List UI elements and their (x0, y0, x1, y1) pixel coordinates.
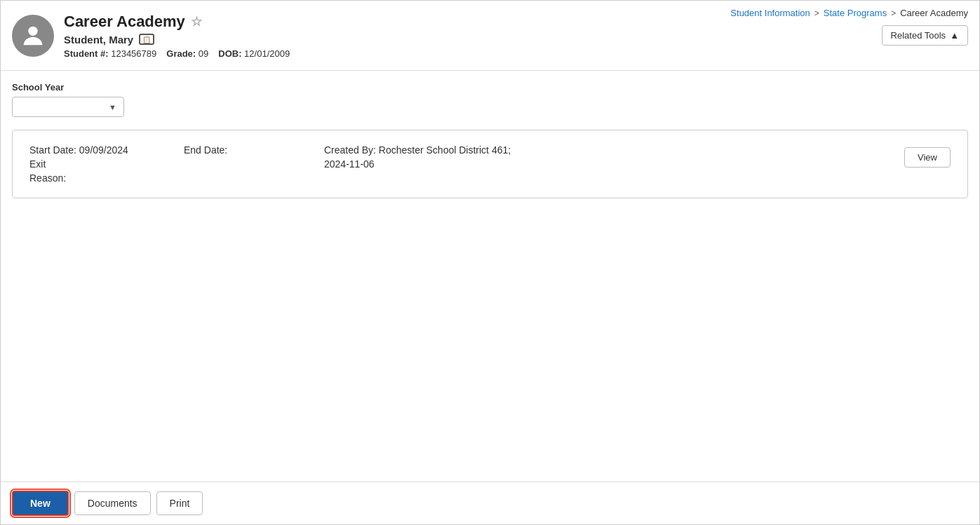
created-by-label: Created By: (324, 144, 376, 156)
breadcrumb: Student Information > State Programs > C… (730, 8, 968, 18)
record-left: Start Date: 09/09/2024 Exit Reason: (29, 144, 184, 184)
header-meta: Student #: 123456789 Grade: 09 DOB: 12/0… (64, 48, 290, 59)
record-action: View (904, 144, 951, 168)
documents-button[interactable]: Documents (74, 491, 151, 515)
svg-point-0 (28, 26, 37, 35)
chevron-up-icon: ▲ (950, 30, 959, 41)
exit-reason-label: Reason: (29, 172, 66, 184)
grade-value: 09 (199, 48, 208, 59)
id-card-icon[interactable]: 📋 (139, 34, 154, 45)
main-content: School Year ▼ Start Date: 09/09/2024 Exi… (1, 71, 979, 482)
breadcrumb-sep-1: > (814, 8, 819, 18)
header-info: Career Academy ☆ Student, Mary 📋 Student… (64, 13, 290, 59)
record-middle: End Date: (184, 144, 324, 156)
new-button[interactable]: New (12, 491, 69, 516)
start-date-label: Start Date: (29, 144, 76, 156)
breadcrumb-state-programs[interactable]: State Programs (824, 8, 887, 18)
breadcrumb-current: Career Academy (900, 8, 968, 18)
breadcrumb-student-information[interactable]: Student Information (730, 8, 810, 18)
record-card: Start Date: 09/09/2024 Exit Reason: End … (12, 130, 968, 198)
start-date-value: 09/09/2024 (79, 144, 128, 156)
related-tools-label: Related Tools (891, 30, 946, 41)
exit-reason: Reason: (29, 172, 184, 184)
page-header: Career Academy ☆ Student, Mary 📋 Student… (1, 1, 979, 71)
school-year-label: School Year (12, 82, 968, 93)
created-by: Created By: Rochester School District 46… (324, 144, 904, 156)
view-button[interactable]: View (904, 147, 951, 168)
dropdown-arrow-icon: ▼ (109, 103, 116, 111)
related-tools-button[interactable]: Related Tools ▲ (882, 25, 968, 46)
dob-label: DOB: 12/01/2009 (218, 48, 290, 59)
favorite-star-icon[interactable]: ☆ (191, 14, 202, 29)
dob-value: 12/01/2009 (244, 48, 290, 59)
grade-label: Grade: 09 (166, 48, 208, 59)
school-year-select-input[interactable] (20, 102, 109, 112)
created-by-value: Rochester School District 461; (379, 144, 511, 156)
breadcrumb-sep-2: > (891, 8, 896, 18)
footer: New Documents Print (1, 482, 979, 524)
page-title: Career Academy ☆ (64, 13, 290, 31)
school-year-dropdown[interactable]: ▼ (12, 97, 124, 117)
created-date: 2024-11-06 (324, 158, 904, 170)
student-number-label: Student #: 123456789 (64, 48, 156, 59)
exit-label: Exit (29, 158, 184, 170)
student-name: Student, Mary (64, 34, 133, 46)
end-date: End Date: (184, 144, 324, 156)
title-text: Career Academy (64, 13, 185, 31)
start-date: Start Date: 09/09/2024 (29, 144, 184, 156)
avatar (12, 15, 54, 57)
end-date-label: End Date: (184, 144, 227, 156)
header-subtitle: Student, Mary 📋 (64, 34, 290, 46)
student-number-value: 123456789 (111, 48, 156, 59)
header-right: Student Information > State Programs > C… (730, 8, 968, 46)
record-right-info: Created By: Rochester School District 46… (324, 144, 904, 170)
print-button[interactable]: Print (156, 491, 203, 515)
